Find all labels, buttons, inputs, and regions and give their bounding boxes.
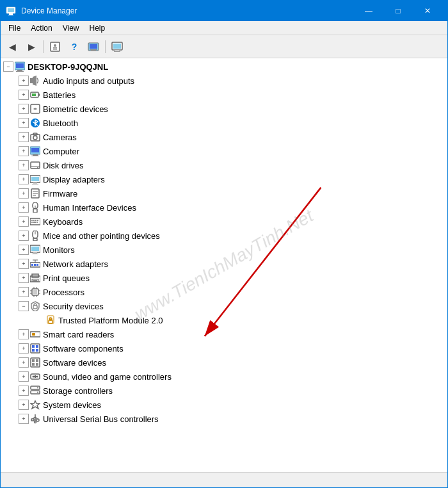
item-label: Software components (43, 344, 124, 354)
svg-rect-2 (9, 13, 13, 15)
window-controls: — □ ✕ (354, 1, 442, 21)
forward-button[interactable]: ▶ (22, 38, 40, 56)
tree-item-19[interactable]: +Software components (1, 341, 447, 355)
tree-item-21[interactable]: +Sound, video and game controllers (1, 370, 447, 384)
menu-action[interactable]: Action (26, 22, 57, 34)
svg-rect-14 (115, 50, 119, 51)
expander[interactable]: + (19, 216, 29, 227)
status-bar (1, 472, 447, 487)
tree-item-14[interactable]: +Print queues (1, 271, 447, 285)
item-icon (30, 386, 40, 396)
item-label: Bluetooth (43, 118, 78, 128)
expander[interactable]: + (19, 357, 29, 368)
tree-item-6[interactable]: +Disk drives (1, 158, 447, 172)
svg-rect-100 (36, 363, 38, 366)
expander[interactable]: + (19, 188, 29, 199)
item-label: Smart card readers (43, 330, 114, 339)
tree-item-2[interactable]: +Biometric devices (1, 102, 447, 116)
monitor-button[interactable] (108, 38, 126, 56)
tree-item-9[interactable]: +Human Interface Devices (1, 200, 447, 215)
expander[interactable]: + (19, 386, 29, 396)
close-button[interactable]: ✕ (413, 1, 442, 21)
tree-item-4[interactable]: +Cameras (1, 130, 447, 144)
item-label: Batteries (43, 90, 76, 100)
tree-view[interactable]: www.TienIchMayTinh.Net − (1, 58, 447, 472)
minimize-button[interactable]: — (354, 1, 383, 21)
item-label: Firmware (43, 189, 77, 199)
tree-item-22[interactable]: +Storage controllers (1, 384, 447, 398)
svg-rect-35 (31, 156, 39, 156)
item-icon (30, 259, 40, 269)
svg-rect-1 (8, 8, 14, 12)
root-icon (15, 61, 25, 72)
svg-rect-3 (8, 15, 13, 15)
svg-rect-98 (36, 359, 38, 362)
expander[interactable]: − (19, 301, 29, 311)
expander[interactable]: + (19, 329, 29, 339)
tree-root-item[interactable]: − DESKTOP-9JQQJNL (1, 60, 447, 74)
root-expander[interactable]: − (3, 61, 13, 72)
tree-item-20[interactable]: +Software devices (1, 355, 447, 370)
content-area: www.TienIchMayTinh.Net − (1, 58, 447, 472)
tree-item-3[interactable]: +Bluetooth (1, 116, 447, 130)
item-label: Human Interface Devices (43, 203, 136, 213)
svg-rect-85 (33, 305, 37, 309)
expander[interactable]: + (19, 343, 29, 354)
tree-item-8[interactable]: +Firmware (1, 186, 447, 200)
toolbar-separator-1 (43, 40, 44, 53)
expander[interactable]: + (19, 160, 29, 170)
tree-item-1[interactable]: +Batteries (1, 88, 447, 102)
expander[interactable]: + (19, 287, 29, 297)
tree-item-23[interactable]: +System devices (1, 398, 447, 412)
item-label: Mice and other pointing devices (43, 231, 160, 241)
expander[interactable]: + (19, 414, 29, 424)
svg-rect-41 (33, 183, 37, 184)
expander[interactable]: + (19, 231, 29, 241)
maximize-button[interactable]: □ (383, 1, 413, 21)
expander[interactable]: + (19, 273, 29, 283)
expander[interactable]: + (19, 245, 29, 255)
expander[interactable]: + (19, 174, 29, 184)
run-button[interactable] (84, 38, 102, 56)
menu-view[interactable]: View (58, 22, 84, 34)
back-button[interactable]: ◀ (3, 38, 21, 56)
svg-rect-74 (33, 280, 37, 281)
tree-item-15[interactable]: +Processors (1, 285, 447, 299)
properties-button[interactable] (46, 38, 64, 56)
tree-item-17[interactable]: Trusted Platform Module 2.0 (1, 313, 447, 327)
help-button[interactable]: ? (65, 38, 83, 56)
app-icon (6, 6, 16, 16)
svg-rect-42 (32, 184, 38, 184)
svg-rect-40 (31, 177, 39, 181)
svg-rect-54 (37, 220, 38, 221)
item-icon (30, 231, 40, 241)
tree-item-13[interactable]: +Network adapters (1, 257, 447, 271)
svg-rect-63 (33, 252, 37, 254)
expander[interactable]: + (19, 76, 29, 86)
tree-item-18[interactable]: +Smart card readers (1, 327, 447, 341)
expander[interactable]: + (19, 132, 29, 142)
menu-file[interactable]: File (3, 22, 26, 34)
tree-item-5[interactable]: +Computer (1, 144, 447, 158)
tree-item-11[interactable]: +Mice and other pointing devices (1, 229, 447, 243)
tree-item-16[interactable]: −Security devices (1, 299, 447, 313)
tree-item-24[interactable]: +Universal Serial Bus controllers (1, 412, 447, 426)
expander[interactable]: + (19, 371, 29, 382)
expander[interactable]: + (19, 400, 29, 410)
expander[interactable]: + (19, 146, 29, 156)
expander[interactable]: + (19, 104, 29, 114)
item-label: Biometric devices (43, 104, 108, 114)
expander[interactable]: + (19, 118, 29, 128)
menu-help[interactable]: Help (84, 22, 111, 34)
tree-item-0[interactable]: +Audio inputs and outputs (1, 74, 447, 88)
expander[interactable]: + (19, 90, 29, 100)
item-icon (30, 273, 40, 283)
svg-point-109 (37, 392, 38, 393)
tree-item-7[interactable]: +Display adapters (1, 172, 447, 186)
tree-item-10[interactable]: +Keyboards (1, 215, 447, 229)
tree-item-12[interactable]: +Monitors (1, 243, 447, 257)
expander[interactable]: + (19, 259, 29, 269)
toolbar-separator-2 (105, 40, 106, 53)
expander[interactable]: + (19, 202, 29, 213)
svg-point-30 (33, 136, 37, 140)
